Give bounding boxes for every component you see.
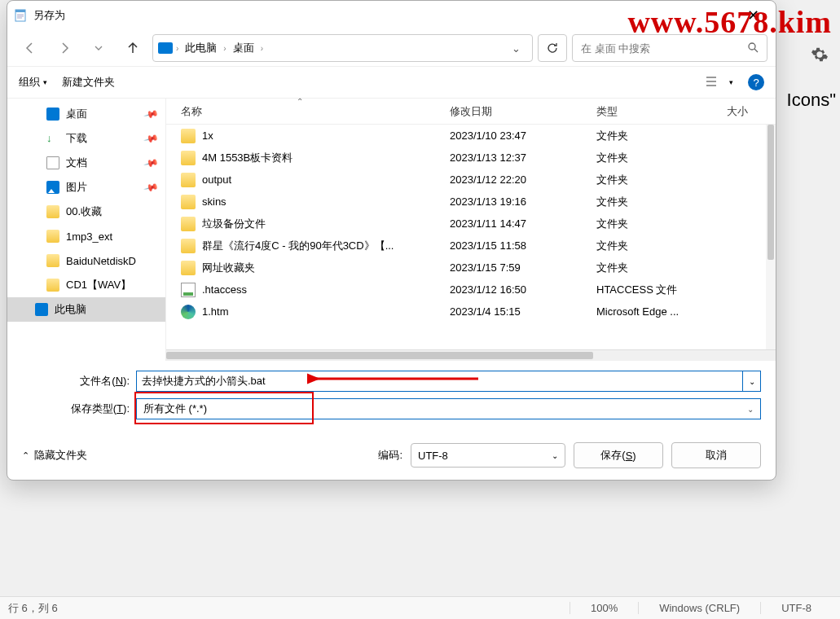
- file-row[interactable]: output2023/1/12 22:20文件夹: [166, 169, 776, 191]
- column-date[interactable]: 修改日期: [450, 104, 596, 119]
- help-button[interactable]: ?: [748, 74, 764, 90]
- filetype-label: 保存类型(T):: [22, 402, 136, 416]
- refresh-button[interactable]: [538, 34, 567, 62]
- status-eol: Windows (CRLF): [638, 602, 760, 614]
- sidebar-item-8[interactable]: 此电脑: [7, 297, 165, 322]
- status-bar: 行 6，列 6 100% Windows (CRLF) UTF-8: [0, 596, 840, 619]
- address-bar[interactable]: › 此电脑 › 桌面 › ⌄: [152, 34, 533, 62]
- sidebar-item-6[interactable]: BaiduNetdiskD: [7, 248, 165, 273]
- file-name: 垃圾备份文件: [202, 217, 266, 231]
- status-encoding: UTF-8: [760, 602, 832, 614]
- view-menu-icon[interactable]: [705, 75, 723, 90]
- breadcrumb-desktop[interactable]: 桌面: [230, 41, 257, 55]
- file-row[interactable]: 网址收藏夹2023/1/15 7:59文件夹: [166, 257, 776, 279]
- vertical-scrollbar[interactable]: [766, 125, 776, 349]
- watermark-text: www.5678.kim: [627, 4, 832, 40]
- file-row[interactable]: .htaccess2023/1/12 16:50HTACCESS 文件: [166, 279, 776, 301]
- column-type[interactable]: 类型: [596, 104, 727, 119]
- pc-icon: [35, 303, 48, 316]
- file-h-icon: [181, 283, 196, 297]
- back-button[interactable]: [15, 33, 45, 63]
- horizontal-scrollbar[interactable]: [166, 349, 776, 361]
- file-type: 文件夹: [596, 151, 727, 165]
- chevron-down-icon: ⌄: [747, 405, 754, 414]
- folder-icon: [181, 129, 196, 143]
- file-type: 文件夹: [596, 173, 727, 187]
- filename-dropdown[interactable]: ⌄: [743, 371, 761, 392]
- doc-icon: [46, 156, 59, 169]
- save-button[interactable]: 保存(S): [574, 442, 663, 468]
- pin-icon: 📌: [143, 179, 160, 195]
- view-dropdown[interactable]: ▾: [729, 78, 733, 86]
- sidebar-item-label: 桌面: [66, 107, 87, 121]
- breadcrumb-pc[interactable]: 此电脑: [182, 41, 220, 55]
- file-date: 2023/1/12 22:20: [450, 173, 596, 186]
- sort-indicator-icon: ⌃: [297, 97, 303, 106]
- encoding-select[interactable]: UTF-8 ⌄: [411, 443, 565, 468]
- column-headers: ⌃ 名称 修改日期 类型 大小: [166, 99, 776, 125]
- folder-icon: [181, 239, 196, 253]
- file-type: 文件夹: [596, 217, 727, 231]
- file-type: Microsoft Edge ...: [596, 305, 727, 318]
- desk-icon: [46, 108, 59, 121]
- file-row[interactable]: 1.htm2023/1/4 15:15Microsoft Edge ...: [166, 301, 776, 323]
- organize-menu[interactable]: 组织 ▾: [19, 75, 47, 90]
- search-input[interactable]: [581, 42, 747, 55]
- gear-icon[interactable]: [811, 46, 829, 64]
- dialog-footer: ⌃ 隐藏文件夹 编码: UTF-8 ⌄ 保存(S) 取消: [7, 432, 776, 480]
- sidebar-item-3[interactable]: 图片📌: [7, 175, 165, 200]
- forward-button[interactable]: [50, 33, 79, 63]
- fold-icon: [46, 279, 59, 292]
- background-text: Icons": [787, 90, 836, 111]
- chevron-right-icon: ›: [261, 44, 263, 53]
- file-name: 网址收藏夹: [202, 261, 255, 275]
- file-name: 1.htm: [202, 305, 229, 318]
- sidebar-item-5[interactable]: 1mp3_ext: [7, 224, 165, 248]
- file-type: 文件夹: [596, 129, 727, 143]
- chevron-up-icon: ⌃: [22, 450, 29, 461]
- filetype-select[interactable]: 所有文件 (*.*) ⌄: [136, 398, 761, 419]
- sidebar-item-label: 00.收藏: [66, 204, 102, 219]
- file-type: 文件夹: [596, 195, 727, 209]
- column-name[interactable]: 名称: [181, 104, 450, 119]
- file-row[interactable]: 垃圾备份文件2023/1/11 14:47文件夹: [166, 213, 776, 235]
- status-zoom: 100%: [570, 602, 638, 614]
- new-folder-button[interactable]: 新建文件夹: [62, 75, 115, 90]
- pin-icon: 📌: [143, 130, 160, 147]
- file-name: .htaccess: [202, 283, 247, 296]
- pin-icon: 📌: [143, 155, 160, 171]
- encoding-label: 编码:: [378, 448, 402, 463]
- sidebar-item-label: 文档: [66, 156, 87, 170]
- hide-folders-toggle[interactable]: ⌃ 隐藏文件夹: [22, 448, 87, 463]
- folder-icon: [181, 195, 196, 209]
- sidebar-item-2[interactable]: 文档📌: [7, 151, 165, 175]
- pc-icon: [158, 42, 173, 54]
- sidebar-item-label: 图片: [66, 180, 87, 195]
- cancel-button[interactable]: 取消: [671, 442, 761, 468]
- file-type: 文件夹: [596, 261, 727, 275]
- file-name: output: [202, 173, 231, 186]
- recent-dropdown[interactable]: [84, 33, 113, 63]
- sidebar-item-1[interactable]: ↓下载📌: [7, 126, 165, 151]
- chevron-down-icon: ⌄: [552, 451, 558, 460]
- file-row[interactable]: skins2023/1/13 19:16文件夹: [166, 191, 776, 213]
- sidebar-item-label: 下载: [66, 131, 87, 146]
- sidebar-item-7[interactable]: CD1【WAV】: [7, 273, 165, 297]
- file-row[interactable]: 群星《流行4度C - 我的90年代3CD》【...2023/1/15 11:58…: [166, 235, 776, 257]
- file-row[interactable]: 4M 1553B板卡资料2023/1/13 12:37文件夹: [166, 147, 776, 169]
- column-size[interactable]: 大小: [727, 104, 776, 119]
- sidebar-item-4[interactable]: 00.收藏: [7, 200, 165, 224]
- sidebar-item-0[interactable]: 桌面📌: [7, 102, 165, 126]
- file-name: 群星《流行4度C - 我的90年代3CD》【...: [202, 239, 394, 253]
- filename-input[interactable]: [136, 371, 743, 392]
- file-name: skins: [202, 195, 226, 208]
- file-row[interactable]: 1x2023/1/10 23:47文件夹: [166, 125, 776, 147]
- svg-point-5: [749, 43, 755, 50]
- address-dropdown[interactable]: ⌄: [505, 42, 527, 55]
- file-date: 2023/1/11 14:47: [450, 217, 596, 230]
- up-button[interactable]: [118, 33, 147, 63]
- file-list: ⌃ 名称 修改日期 类型 大小 1x2023/1/10 23:47文件夹4M 1…: [166, 99, 776, 361]
- folder-icon: [181, 151, 196, 165]
- file-name: 4M 1553B板卡资料: [202, 151, 292, 165]
- edge-icon: [181, 305, 196, 319]
